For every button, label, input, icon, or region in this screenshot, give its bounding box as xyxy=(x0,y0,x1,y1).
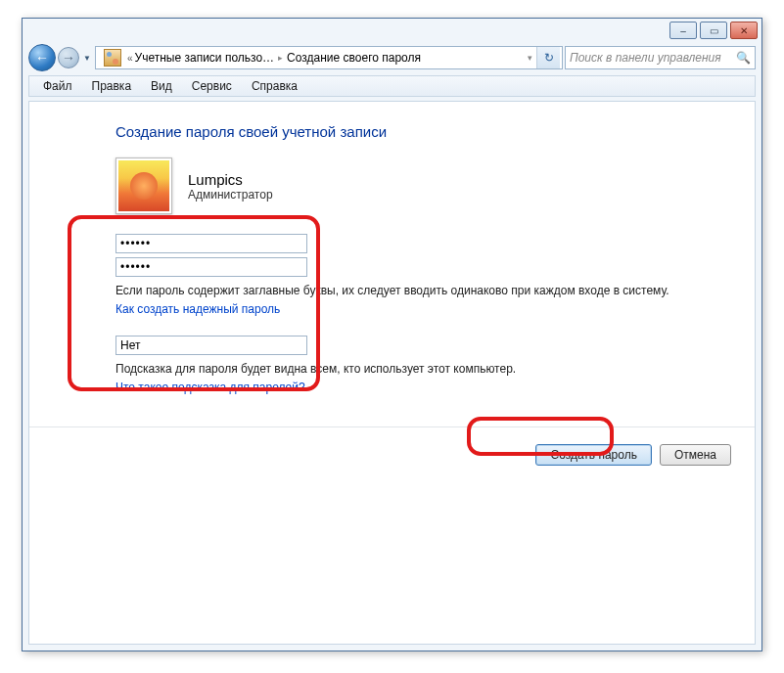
menu-file[interactable]: Файл xyxy=(35,77,80,95)
content-area: Создание пароля своей учетной записи Lum… xyxy=(28,101,756,645)
user-name: Lumpics xyxy=(188,171,273,188)
confirm-password-field[interactable] xyxy=(115,257,307,277)
password-form: Если пароль содержит заглавные буквы, их… xyxy=(115,234,673,404)
menu-service[interactable]: Сервис xyxy=(184,77,240,95)
chevron-left-icon: « xyxy=(125,53,135,64)
maximize-button[interactable]: ▭ xyxy=(700,22,727,39)
search-icon: 🔍 xyxy=(736,51,751,65)
window: – ▭ ✕ ← → ▼ « Учетные записи пользо… ▸ С… xyxy=(22,18,762,651)
menu-help[interactable]: Справка xyxy=(244,77,305,95)
password-hint-field[interactable] xyxy=(115,336,307,355)
caps-warning-text: Если пароль содержит заглавные буквы, их… xyxy=(115,283,673,299)
address-bar: ← → ▼ « Учетные записи пользо… ▸ Создани… xyxy=(28,44,756,71)
cancel-button[interactable]: Отмена xyxy=(660,444,731,466)
hint-warning-text: Подсказка для пароля будет видна всем, к… xyxy=(115,361,673,378)
menu-view[interactable]: Вид xyxy=(143,77,180,95)
what-is-hint-link[interactable]: Что такое подсказка для паролей? xyxy=(115,381,305,394)
search-input[interactable]: Поиск в панели управления 🔍 xyxy=(565,46,756,69)
refresh-button[interactable]: ↻ xyxy=(536,47,560,68)
breadcrumb-segment[interactable]: Создание своего пароля xyxy=(287,51,421,65)
nav-history-dropdown[interactable]: ▼ xyxy=(81,49,93,67)
create-password-button[interactable]: Создать пароль xyxy=(535,444,651,466)
chevron-right-icon: ▸ xyxy=(274,53,287,63)
back-button[interactable]: ← xyxy=(28,44,56,71)
user-block: Lumpics Администратор xyxy=(115,157,755,214)
user-role: Администратор xyxy=(188,188,273,202)
forward-button[interactable]: → xyxy=(58,47,79,68)
strong-password-link[interactable]: Как создать надежный пароль xyxy=(115,302,280,316)
new-password-field[interactable] xyxy=(115,234,307,253)
separator xyxy=(29,426,755,427)
menu-bar: Файл Правка Вид Сервис Справка xyxy=(28,75,756,97)
button-row: Создать пароль Отмена xyxy=(535,444,731,466)
avatar xyxy=(115,157,172,214)
user-accounts-icon xyxy=(104,49,121,67)
breadcrumb[interactable]: « Учетные записи пользо… ▸ Создание свое… xyxy=(95,46,563,69)
menu-edit[interactable]: Правка xyxy=(84,77,140,95)
search-placeholder: Поиск в панели управления xyxy=(570,51,721,65)
breadcrumb-segment[interactable]: Учетные записи пользо… xyxy=(135,51,275,65)
close-button[interactable]: ✕ xyxy=(730,22,758,39)
window-controls: – ▭ ✕ xyxy=(669,22,758,39)
minimize-button[interactable]: – xyxy=(669,22,697,39)
chevron-down-icon[interactable]: ▾ xyxy=(524,53,536,63)
page-title: Создание пароля своей учетной записи xyxy=(29,102,755,140)
